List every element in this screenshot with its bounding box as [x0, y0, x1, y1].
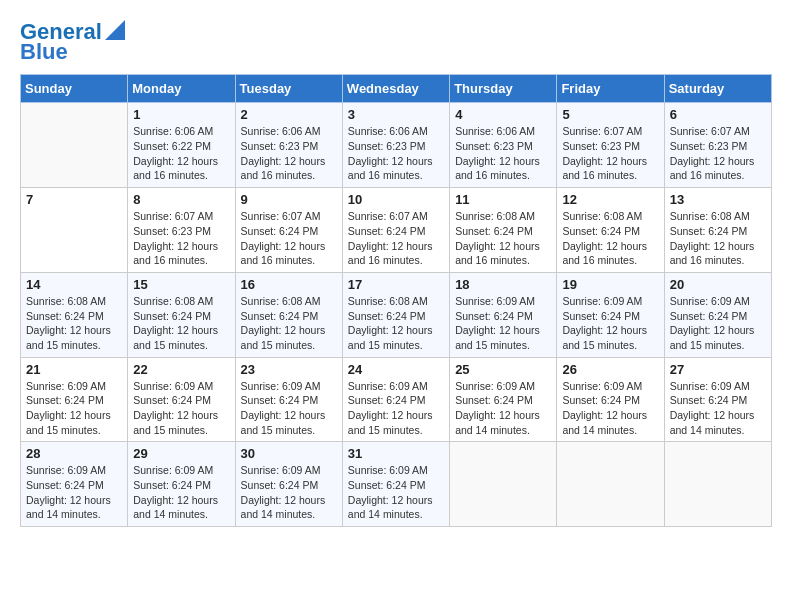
- calendar-week-row: 78Sunrise: 6:07 AMSunset: 6:23 PMDayligh…: [21, 188, 772, 273]
- day-number: 5: [562, 107, 658, 122]
- calendar-cell: 15Sunrise: 6:08 AMSunset: 6:24 PMDayligh…: [128, 272, 235, 357]
- day-info: Sunrise: 6:09 AMSunset: 6:24 PMDaylight:…: [670, 379, 766, 438]
- day-number: 17: [348, 277, 444, 292]
- day-number: 7: [26, 192, 122, 207]
- weekday-header-thursday: Thursday: [450, 75, 557, 103]
- calendar-cell: 8Sunrise: 6:07 AMSunset: 6:23 PMDaylight…: [128, 188, 235, 273]
- day-info: Sunrise: 6:09 AMSunset: 6:24 PMDaylight:…: [241, 463, 337, 522]
- calendar-week-row: 1Sunrise: 6:06 AMSunset: 6:22 PMDaylight…: [21, 103, 772, 188]
- calendar-cell: 27Sunrise: 6:09 AMSunset: 6:24 PMDayligh…: [664, 357, 771, 442]
- day-info: Sunrise: 6:08 AMSunset: 6:24 PMDaylight:…: [562, 209, 658, 268]
- day-number: 3: [348, 107, 444, 122]
- calendar-cell: 22Sunrise: 6:09 AMSunset: 6:24 PMDayligh…: [128, 357, 235, 442]
- calendar-cell: 20Sunrise: 6:09 AMSunset: 6:24 PMDayligh…: [664, 272, 771, 357]
- day-number: 31: [348, 446, 444, 461]
- day-info: Sunrise: 6:08 AMSunset: 6:24 PMDaylight:…: [670, 209, 766, 268]
- day-number: 26: [562, 362, 658, 377]
- day-info: Sunrise: 6:09 AMSunset: 6:24 PMDaylight:…: [455, 294, 551, 353]
- day-number: 24: [348, 362, 444, 377]
- day-info: Sunrise: 6:09 AMSunset: 6:24 PMDaylight:…: [562, 379, 658, 438]
- day-info: Sunrise: 6:09 AMSunset: 6:24 PMDaylight:…: [670, 294, 766, 353]
- calendar-cell: 25Sunrise: 6:09 AMSunset: 6:24 PMDayligh…: [450, 357, 557, 442]
- day-info: Sunrise: 6:08 AMSunset: 6:24 PMDaylight:…: [241, 294, 337, 353]
- day-number: 2: [241, 107, 337, 122]
- day-number: 25: [455, 362, 551, 377]
- calendar-cell: 16Sunrise: 6:08 AMSunset: 6:24 PMDayligh…: [235, 272, 342, 357]
- day-info: Sunrise: 6:07 AMSunset: 6:24 PMDaylight:…: [348, 209, 444, 268]
- day-number: 14: [26, 277, 122, 292]
- day-info: Sunrise: 6:07 AMSunset: 6:23 PMDaylight:…: [562, 124, 658, 183]
- day-number: 28: [26, 446, 122, 461]
- day-info: Sunrise: 6:07 AMSunset: 6:23 PMDaylight:…: [133, 209, 229, 268]
- calendar-cell: 6Sunrise: 6:07 AMSunset: 6:23 PMDaylight…: [664, 103, 771, 188]
- calendar-week-row: 28Sunrise: 6:09 AMSunset: 6:24 PMDayligh…: [21, 442, 772, 527]
- day-info: Sunrise: 6:08 AMSunset: 6:24 PMDaylight:…: [455, 209, 551, 268]
- calendar-cell: 26Sunrise: 6:09 AMSunset: 6:24 PMDayligh…: [557, 357, 664, 442]
- calendar-cell: 1Sunrise: 6:06 AMSunset: 6:22 PMDaylight…: [128, 103, 235, 188]
- day-number: 13: [670, 192, 766, 207]
- day-number: 20: [670, 277, 766, 292]
- calendar-cell: 31Sunrise: 6:09 AMSunset: 6:24 PMDayligh…: [342, 442, 449, 527]
- calendar-cell: 30Sunrise: 6:09 AMSunset: 6:24 PMDayligh…: [235, 442, 342, 527]
- day-number: 29: [133, 446, 229, 461]
- day-info: Sunrise: 6:09 AMSunset: 6:24 PMDaylight:…: [348, 379, 444, 438]
- calendar-cell: [450, 442, 557, 527]
- weekday-header-wednesday: Wednesday: [342, 75, 449, 103]
- calendar-cell: 2Sunrise: 6:06 AMSunset: 6:23 PMDaylight…: [235, 103, 342, 188]
- day-number: 12: [562, 192, 658, 207]
- calendar-header-row: SundayMondayTuesdayWednesdayThursdayFrid…: [21, 75, 772, 103]
- day-number: 1: [133, 107, 229, 122]
- day-number: 21: [26, 362, 122, 377]
- day-info: Sunrise: 6:06 AMSunset: 6:23 PMDaylight:…: [241, 124, 337, 183]
- day-info: Sunrise: 6:09 AMSunset: 6:24 PMDaylight:…: [562, 294, 658, 353]
- calendar-cell: 19Sunrise: 6:09 AMSunset: 6:24 PMDayligh…: [557, 272, 664, 357]
- calendar-cell: 9Sunrise: 6:07 AMSunset: 6:24 PMDaylight…: [235, 188, 342, 273]
- day-number: 27: [670, 362, 766, 377]
- day-info: Sunrise: 6:09 AMSunset: 6:24 PMDaylight:…: [133, 463, 229, 522]
- day-info: Sunrise: 6:07 AMSunset: 6:24 PMDaylight:…: [241, 209, 337, 268]
- day-info: Sunrise: 6:09 AMSunset: 6:24 PMDaylight:…: [133, 379, 229, 438]
- calendar-cell: 28Sunrise: 6:09 AMSunset: 6:24 PMDayligh…: [21, 442, 128, 527]
- calendar-cell: 5Sunrise: 6:07 AMSunset: 6:23 PMDaylight…: [557, 103, 664, 188]
- page-header: General Blue: [20, 20, 772, 64]
- calendar-cell: 11Sunrise: 6:08 AMSunset: 6:24 PMDayligh…: [450, 188, 557, 273]
- weekday-header-tuesday: Tuesday: [235, 75, 342, 103]
- day-number: 15: [133, 277, 229, 292]
- day-info: Sunrise: 6:08 AMSunset: 6:24 PMDaylight:…: [26, 294, 122, 353]
- day-number: 8: [133, 192, 229, 207]
- svg-marker-0: [105, 20, 125, 40]
- day-number: 23: [241, 362, 337, 377]
- day-number: 9: [241, 192, 337, 207]
- calendar-cell: [21, 103, 128, 188]
- calendar-cell: 12Sunrise: 6:08 AMSunset: 6:24 PMDayligh…: [557, 188, 664, 273]
- calendar-table: SundayMondayTuesdayWednesdayThursdayFrid…: [20, 74, 772, 527]
- day-info: Sunrise: 6:09 AMSunset: 6:24 PMDaylight:…: [348, 463, 444, 522]
- calendar-week-row: 21Sunrise: 6:09 AMSunset: 6:24 PMDayligh…: [21, 357, 772, 442]
- logo-text-line2: Blue: [20, 40, 68, 64]
- day-number: 10: [348, 192, 444, 207]
- calendar-cell: 10Sunrise: 6:07 AMSunset: 6:24 PMDayligh…: [342, 188, 449, 273]
- calendar-cell: 21Sunrise: 6:09 AMSunset: 6:24 PMDayligh…: [21, 357, 128, 442]
- day-number: 22: [133, 362, 229, 377]
- weekday-header-saturday: Saturday: [664, 75, 771, 103]
- day-info: Sunrise: 6:08 AMSunset: 6:24 PMDaylight:…: [133, 294, 229, 353]
- calendar-cell: 7: [21, 188, 128, 273]
- logo: General Blue: [20, 20, 125, 64]
- day-number: 16: [241, 277, 337, 292]
- calendar-cell: 18Sunrise: 6:09 AMSunset: 6:24 PMDayligh…: [450, 272, 557, 357]
- day-info: Sunrise: 6:09 AMSunset: 6:24 PMDaylight:…: [26, 379, 122, 438]
- day-info: Sunrise: 6:09 AMSunset: 6:24 PMDaylight:…: [26, 463, 122, 522]
- day-info: Sunrise: 6:09 AMSunset: 6:24 PMDaylight:…: [241, 379, 337, 438]
- day-info: Sunrise: 6:06 AMSunset: 6:22 PMDaylight:…: [133, 124, 229, 183]
- calendar-cell: 13Sunrise: 6:08 AMSunset: 6:24 PMDayligh…: [664, 188, 771, 273]
- calendar-cell: 29Sunrise: 6:09 AMSunset: 6:24 PMDayligh…: [128, 442, 235, 527]
- calendar-cell: 23Sunrise: 6:09 AMSunset: 6:24 PMDayligh…: [235, 357, 342, 442]
- logo-arrow-icon: [105, 20, 125, 40]
- calendar-cell: [664, 442, 771, 527]
- weekday-header-sunday: Sunday: [21, 75, 128, 103]
- calendar-week-row: 14Sunrise: 6:08 AMSunset: 6:24 PMDayligh…: [21, 272, 772, 357]
- day-info: Sunrise: 6:09 AMSunset: 6:24 PMDaylight:…: [455, 379, 551, 438]
- day-number: 4: [455, 107, 551, 122]
- day-number: 30: [241, 446, 337, 461]
- day-number: 19: [562, 277, 658, 292]
